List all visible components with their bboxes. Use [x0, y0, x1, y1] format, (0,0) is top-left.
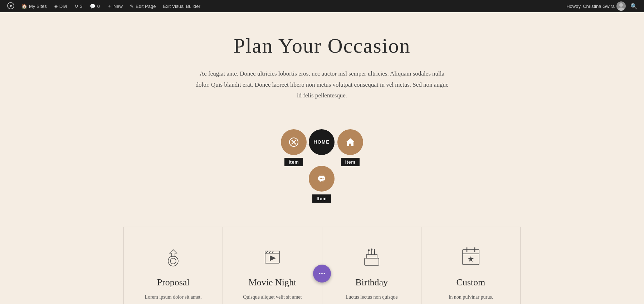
chat-label: Item — [312, 194, 331, 203]
house-icon — [345, 136, 356, 148]
divi-label: Divi — [59, 4, 67, 9]
svg-point-3 — [618, 8, 624, 11]
svg-point-17 — [170, 258, 176, 264]
svg-line-20 — [266, 251, 268, 253]
exit-builder-button[interactable]: Exit Visual Builder — [159, 0, 204, 12]
admin-bar: 🏠 My Sites ◈ Divi ↻ 3 💬 0 ＋ New ✎ Edit P… — [0, 0, 644, 12]
my-sites-menu[interactable]: 🏠 My Sites — [18, 0, 50, 12]
svg-point-16 — [168, 256, 178, 266]
card-birthday-text: Luctus lectus non quisque — [346, 293, 398, 301]
search-icon[interactable]: 🔍 — [628, 3, 640, 10]
svg-point-37 — [319, 273, 321, 274]
svg-point-29 — [368, 249, 370, 251]
edit-page-label: Edit Page — [136, 4, 156, 9]
card-birthday: Birthday Luctus lectus non quisque — [322, 227, 421, 304]
card-movie-title: Movie Night — [249, 277, 297, 288]
chat-icon — [316, 173, 327, 184]
my-sites-label: My Sites — [29, 4, 47, 9]
svg-point-12 — [320, 178, 321, 179]
comments-count: 0 — [97, 4, 100, 9]
svg-point-2 — [619, 3, 623, 7]
comments-menu[interactable]: 💬 0 — [86, 0, 103, 12]
proposal-icon — [159, 241, 187, 270]
card-proposal-title: Proposal — [157, 277, 190, 288]
svg-rect-24 — [365, 258, 379, 265]
card-custom-text: In non pulvinar purus. — [449, 293, 493, 301]
updates-count: 3 — [80, 4, 83, 9]
svg-point-31 — [374, 249, 375, 251]
custom-icon — [457, 241, 485, 270]
page-description: Ac feugiat ante. Donec ultricies loborti… — [193, 68, 451, 101]
updates-menu[interactable]: ↻ 3 — [71, 0, 86, 12]
admin-bar-right: Howdy, Christina Gwira 🔍 — [566, 1, 640, 11]
svg-point-30 — [371, 248, 372, 251]
tools-icon — [288, 136, 299, 148]
wp-icon — [7, 2, 14, 10]
more-icon — [318, 270, 326, 278]
home-circle-label: HOME — [314, 139, 330, 145]
card-movie-night: Movie Night Quisque aliquet velit sit am… — [223, 227, 322, 304]
user-greeting: Howdy, Christina Gwira — [566, 4, 615, 9]
chat-circle[interactable] — [309, 166, 335, 192]
card-custom-title: Custom — [456, 277, 485, 288]
svg-point-39 — [324, 273, 325, 274]
wp-logo[interactable] — [4, 0, 18, 12]
home-icon: 🏠 — [21, 4, 27, 9]
refresh-icon: ↻ — [74, 4, 78, 9]
svg-point-13 — [321, 178, 322, 179]
svg-marker-15 — [170, 250, 177, 257]
card-proposal-text: Lorem ipsum dolor sit amet, — [145, 293, 202, 301]
divi-menu[interactable]: ◈ Divi — [50, 0, 71, 12]
tools-label: Item — [284, 158, 303, 166]
icon-node-tools[interactable]: Item — [281, 129, 307, 166]
svg-point-38 — [321, 273, 323, 274]
card-birthday-title: Birthday — [355, 277, 388, 288]
icon-menu: Item HOME Item — [261, 119, 383, 205]
exit-builder-label: Exit Visual Builder — [163, 4, 200, 9]
svg-marker-10 — [346, 138, 355, 146]
comment-icon: 💬 — [90, 4, 96, 9]
card-custom: Custom In non pulvinar purus. — [421, 227, 520, 304]
card-proposal: Proposal Lorem ipsum dolor sit amet, — [124, 227, 223, 304]
icon-node-chat[interactable]: Item — [309, 166, 335, 203]
fab-button[interactable] — [313, 265, 331, 283]
birthday-icon — [357, 241, 386, 270]
svg-point-14 — [323, 178, 324, 179]
svg-rect-25 — [366, 255, 377, 258]
pencil-icon: ✎ — [130, 4, 134, 9]
svg-point-1 — [10, 5, 12, 7]
svg-marker-23 — [270, 255, 276, 261]
svg-marker-36 — [468, 256, 474, 262]
card-movie-text: Quisque aliquet velit sit amet — [243, 293, 302, 301]
new-label: New — [113, 4, 123, 9]
home-circle[interactable]: HOME — [309, 129, 335, 155]
svg-line-22 — [272, 251, 273, 253]
main-content: Plan Your Occasion Ac feugiat ante. Done… — [0, 12, 644, 304]
svg-line-21 — [269, 251, 270, 253]
movie-night-icon — [258, 241, 287, 270]
divi-icon: ◈ — [54, 4, 58, 9]
tools-circle[interactable] — [281, 129, 307, 155]
plus-icon: ＋ — [107, 3, 112, 9]
new-menu[interactable]: ＋ New — [103, 0, 126, 12]
house-label: Item — [341, 158, 360, 166]
avatar[interactable] — [616, 1, 626, 11]
page-title: Plan Your Occasion — [233, 34, 410, 58]
house-circle[interactable] — [337, 129, 363, 155]
icon-node-home[interactable]: HOME — [309, 129, 335, 155]
edit-page-button[interactable]: ✎ Edit Page — [126, 0, 159, 12]
icon-node-house[interactable]: Item — [337, 129, 363, 166]
